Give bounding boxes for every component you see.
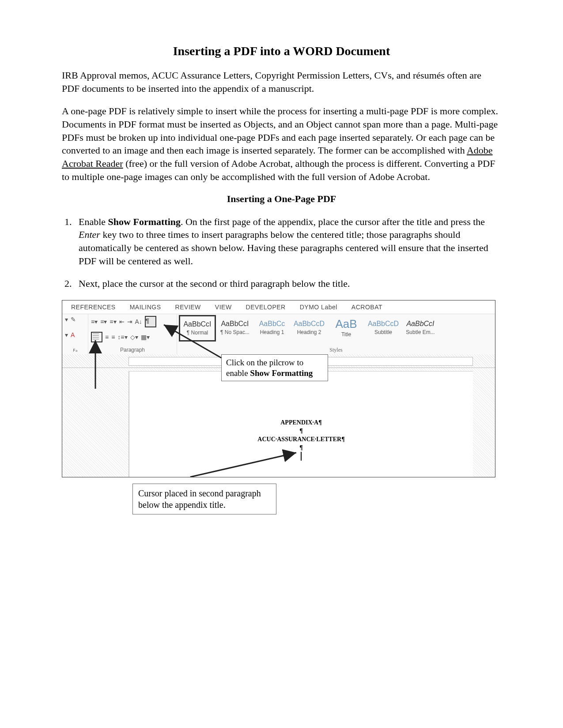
ribbon-body: ▾✎ ▾A ꜰₐ ≡▾ ≡▾ ≡▾ ⇤ ⇥ A↓ ¶ — [62, 314, 495, 355]
intro-paragraph-1: IRB Approval memos, ACUC Assurance Lette… — [62, 69, 501, 95]
style-nospacing[interactable]: AaBbCcI ¶ No Spac... — [217, 315, 253, 341]
intro-paragraph-2: A one-page PDF is relatively simple to i… — [62, 105, 501, 183]
tab-references[interactable]: REFERENCES — [71, 304, 116, 311]
paragraph-group: ≡▾ ≡▾ ≡▾ ⇤ ⇥ A↓ ¶ ≡ ≡ ↕≡▾ ◇▾ ▦▾ — [88, 314, 177, 355]
style-title-sample: AaB — [335, 318, 357, 330]
tab-mailings[interactable]: MAILINGS — [130, 304, 161, 311]
style-normal-name: ¶ Normal — [187, 330, 208, 336]
paste-icon[interactable]: ▾ — [65, 316, 68, 323]
style-subtitle-sample: AaBbCcD — [368, 320, 399, 327]
paragraph-row2: ≡ ≡ ↕≡▾ ◇▾ ▦▾ — [91, 332, 174, 342]
step1-a: Enable — [79, 216, 108, 227]
callout1-b: Show Formatting — [250, 368, 313, 378]
style-subtleem-sample: AaBbCcI — [406, 320, 434, 327]
acuc-heading: ACUC·ASSURANCE·LETTER¶ — [129, 436, 473, 443]
font-group-label: ꜰₐ — [65, 347, 85, 354]
border-button[interactable] — [91, 332, 102, 342]
numbering-icon[interactable]: ≡▾ — [100, 318, 107, 325]
pilcrow-mark-1: ¶ — [129, 428, 473, 435]
paragraph-row1: ≡▾ ≡▾ ≡▾ ⇤ ⇥ A↓ ¶ — [91, 316, 174, 327]
style-normal-sample: AaBbCcI — [183, 321, 211, 328]
step1-c: . On the first page of the appendix, pla… — [181, 216, 485, 227]
tab-acrobat[interactable]: ACROBAT — [351, 304, 382, 311]
style-heading1[interactable]: AaBbCc Heading 1 — [254, 315, 290, 341]
styles-group-label: Styles — [179, 347, 493, 354]
tab-dymo[interactable]: DYMO Label — [300, 304, 337, 311]
bullets-icon[interactable]: ≡▾ — [91, 318, 98, 325]
callout-cursor: Cursor placed in second paragraph below … — [132, 484, 276, 514]
align-center-icon[interactable]: ≡ — [105, 334, 109, 341]
style-nospacing-name: ¶ No Spac... — [220, 329, 249, 335]
style-heading2-sample: AaBbCcD — [294, 320, 325, 327]
pilcrow-button[interactable]: ¶ — [145, 316, 156, 327]
style-title[interactable]: AaB Title — [328, 315, 364, 341]
pilcrow-mark-2: ¶ — [129, 444, 473, 451]
intro2-part-b: (free) or the full version of Adobe Acro… — [62, 158, 495, 182]
step1-d: Enter — [79, 229, 100, 240]
style-normal[interactable]: AaBbCcI ¶ Normal — [179, 315, 216, 341]
style-heading2-name: Heading 2 — [297, 329, 321, 335]
style-subtleem[interactable]: AaBbCcI Subtle Em... — [402, 315, 438, 341]
screenshot-container: REFERENCES MAILINGS REVIEW VIEW DEVELOPE… — [62, 300, 501, 514]
paragraph-group-label: Paragraph — [91, 347, 174, 354]
style-subtitle[interactable]: AaBbCcD Subtitle — [365, 315, 401, 341]
ribbon-tab-row: REFERENCES MAILINGS REVIEW VIEW DEVELOPE… — [62, 300, 495, 314]
style-title-name: Title — [341, 331, 351, 338]
word-document-area[interactable]: APPENDIX·A¶ ¶ ACUC·ASSURANCE·LETTER¶ ¶ — [128, 371, 473, 477]
decrease-indent-icon[interactable]: ⇤ — [119, 318, 125, 325]
tab-developer[interactable]: DEVELOPER — [246, 304, 286, 311]
tab-review[interactable]: REVIEW — [175, 304, 201, 311]
format-painter-icon[interactable]: ✎ — [71, 316, 76, 323]
word-ribbon-screenshot: REFERENCES MAILINGS REVIEW VIEW DEVELOPE… — [62, 300, 495, 477]
step1-e: key two to three times to insert paragra… — [79, 229, 488, 266]
intro2-part-a: A one-page PDF is relatively simple to i… — [62, 105, 498, 156]
shading-icon[interactable]: ◇▾ — [130, 334, 138, 341]
font-color-icon[interactable]: A — [71, 331, 75, 338]
tab-view[interactable]: VIEW — [215, 304, 232, 311]
document-page: Inserting a PDF into a WORD Document IRB… — [0, 0, 563, 728]
step1-b: Show Formatting — [108, 216, 181, 227]
line-spacing-icon[interactable]: ↕≡▾ — [117, 334, 127, 341]
page-title: Inserting a PDF into a WORD Document — [62, 44, 501, 58]
cursor-indicator — [301, 452, 302, 461]
clipboard-group: ▾✎ ▾A ꜰₐ — [62, 314, 88, 355]
multilevel-icon[interactable]: ≡▾ — [110, 318, 116, 325]
appendix-heading: APPENDIX·A¶ — [129, 419, 473, 426]
styles-tiles: AaBbCcI ¶ Normal AaBbCcI ¶ No Spac... Aa… — [179, 315, 493, 341]
style-heading1-name: Heading 1 — [260, 329, 284, 335]
style-nospacing-sample: AaBbCcI — [221, 320, 249, 327]
increase-indent-icon[interactable]: ⇥ — [127, 318, 132, 325]
borders-icon[interactable]: ▦▾ — [141, 334, 150, 341]
step-2: Next, place the cursor at the second or … — [74, 277, 501, 290]
style-subtitle-name: Subtitle — [374, 329, 392, 335]
align-right-icon[interactable]: ≡ — [111, 334, 115, 341]
steps-list: Enable Show Formatting. On the first pag… — [62, 215, 501, 290]
step-1: Enable Show Formatting. On the first pag… — [74, 215, 501, 268]
styles-group: AaBbCcI ¶ Normal AaBbCcI ¶ No Spac... Aa… — [177, 314, 495, 355]
dropdown-icon[interactable]: ▾ — [65, 331, 68, 338]
style-heading1-sample: AaBbCc — [259, 320, 285, 327]
sort-icon[interactable]: A↓ — [135, 318, 142, 325]
style-subtleem-name: Subtle Em... — [406, 329, 435, 335]
section-heading: Inserting a One-Page PDF — [62, 193, 501, 205]
callout-pilcrow: Click on the pilcrow to enable Show Form… — [221, 354, 328, 382]
style-heading2[interactable]: AaBbCcD Heading 2 — [291, 315, 327, 341]
